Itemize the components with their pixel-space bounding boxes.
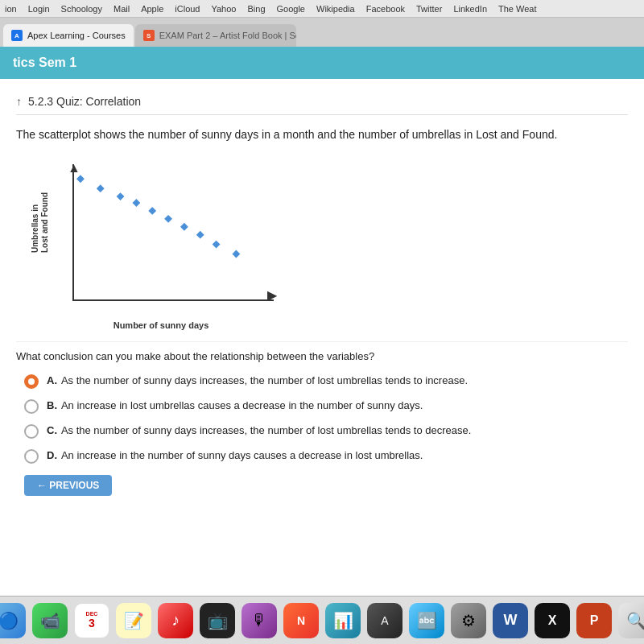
dock-bars[interactable]: 📊 — [325, 603, 361, 638]
dock-music[interactable]: ♪ — [158, 603, 193, 638]
scatterplot-chart: Umbrellas inLost and Found ▲ — [32, 156, 290, 333]
bookmark-bing[interactable]: Bing — [247, 4, 265, 14]
svg-rect-9 — [232, 250, 240, 258]
dock-facetime[interactable]: 📹 — [32, 603, 68, 638]
radio-a-inner — [28, 378, 35, 385]
quiz-title: 5.2.3 Quiz: Correlation — [28, 95, 141, 108]
bookmark-linkedin[interactable]: LinkedIn — [453, 4, 487, 14]
bookmark-yahoo[interactable]: Yahoo — [211, 4, 236, 14]
dock-appletv[interactable]: 📺 — [200, 603, 235, 638]
bookmark-google[interactable]: Google — [277, 4, 305, 14]
choice-b-label: B. — [47, 399, 57, 411]
radio-d[interactable] — [24, 449, 39, 464]
choice-d-label: D. — [47, 449, 57, 461]
tab-apex-learning[interactable]: A Apex Learning - Courses — [3, 24, 134, 47]
dock-calendar[interactable]: DEC 3 — [74, 603, 109, 638]
dock-notes[interactable]: 📝 — [116, 603, 151, 638]
quiz-title-bar: ↑ 5.2.3 Quiz: Correlation — [16, 89, 628, 115]
bookmark-icloud[interactable]: iCloud — [175, 4, 200, 14]
previous-button[interactable]: ← PREVIOUS — [24, 475, 112, 496]
tab-schoology-label: EXAM Part 2 – Artist Fold Book | Schoolo… — [159, 31, 296, 40]
y-axis-label: Umbrellas inLost and Found — [31, 221, 50, 253]
svg-rect-0 — [76, 175, 85, 183]
choice-a[interactable]: A. As the number of sunny days increases… — [24, 374, 620, 389]
dock-finder2[interactable]: 🔍 — [618, 603, 644, 638]
question-text: The scatterplot shows the number of sunn… — [16, 126, 628, 143]
choice-a-text: A. As the number of sunny days increases… — [47, 374, 468, 388]
bookmark-login[interactable]: Login — [28, 4, 50, 14]
svg-rect-6 — [180, 223, 188, 231]
dock-translate[interactable]: 🔤 — [409, 603, 444, 638]
choice-c-text: C. As the number of sunny days increases… — [47, 423, 471, 438]
dock-cursor[interactable]: A — [367, 603, 402, 638]
dock-neon[interactable]: N — [283, 603, 319, 638]
radio-b[interactable] — [24, 399, 39, 414]
choice-a-label: A. — [47, 374, 57, 386]
svg-rect-7 — [196, 231, 204, 239]
quiz-section: ↑ 5.2.3 Quiz: Correlation The scatterplo… — [0, 79, 644, 506]
choice-c-label: C. — [47, 424, 57, 436]
schoology-favicon: S — [143, 30, 155, 41]
apex-favicon: A — [11, 30, 23, 41]
svg-rect-3 — [132, 199, 140, 207]
chart-area — [72, 164, 274, 301]
answer-choices: A. As the number of sunny days increases… — [16, 374, 628, 464]
bookmarks-bar: ion Login Schoology Mail Apple iCloud Ya… — [0, 0, 644, 18]
bookmark-wikipedia[interactable]: Wikipedia — [316, 4, 355, 14]
subject-title: tics Sem 1 — [13, 56, 76, 70]
bookmark-twitter[interactable]: Twitter — [416, 4, 442, 14]
choice-b-text: B. An increase in lost umbrellas causes … — [47, 398, 423, 413]
tab-schoology[interactable]: S EXAM Part 2 – Artist Fold Book | Schoo… — [135, 24, 296, 47]
dock-system-prefs[interactable]: ⚙ — [451, 603, 486, 638]
radio-c[interactable] — [24, 424, 39, 439]
x-axis-label: Number of sunny days — [114, 320, 209, 330]
dock-finder[interactable]: 🔵 — [0, 603, 26, 638]
page-content: tics Sem 1 ↑ 5.2.3 Quiz: Correlation The… — [0, 47, 644, 612]
choice-b-content: An increase in lost umbrellas causes a d… — [61, 399, 423, 411]
x-axis-arrow: ▶ — [267, 287, 277, 303]
svg-rect-2 — [117, 192, 125, 200]
svg-rect-5 — [164, 215, 172, 223]
choice-d-content: An increase in the number of sunny days … — [61, 449, 423, 461]
bookmark-apple[interactable]: Apple — [141, 4, 163, 14]
conclusion-question: What conclusion can you make about the r… — [16, 341, 628, 362]
dock-word[interactable]: W — [493, 603, 528, 638]
bookmark-ion[interactable]: ion — [5, 4, 17, 14]
svg-rect-8 — [213, 241, 221, 249]
tab-apex-label: Apex Learning - Courses — [27, 31, 126, 40]
dock-x[interactable]: X — [535, 603, 570, 638]
quiz-icon: ↑ — [16, 95, 22, 108]
dock: 🔵 📹 DEC 3 📝 ♪ 📺 🎙 N 📊 A 🔤 ⚙ W X P 🔍 — [0, 596, 644, 644]
subject-header: tics Sem 1 — [0, 47, 644, 79]
bookmark-weather[interactable]: The Weat — [498, 4, 537, 14]
choice-c[interactable]: C. As the number of sunny days increases… — [24, 423, 620, 439]
bookmark-schoology[interactable]: Schoology — [61, 4, 102, 14]
choice-c-content: As the number of sunny days increases, t… — [61, 424, 471, 436]
choice-d[interactable]: D. An increase in the number of sunny da… — [24, 448, 620, 464]
svg-rect-4 — [148, 207, 156, 215]
bookmark-mail[interactable]: Mail — [114, 4, 130, 14]
radio-a[interactable] — [24, 374, 39, 389]
scatter-svg — [74, 164, 274, 299]
choice-d-text: D. An increase in the number of sunny da… — [47, 448, 423, 463]
dock-podcasts[interactable]: 🎙 — [242, 603, 277, 638]
dock-powerpoint[interactable]: P — [576, 603, 612, 638]
tabs-bar: A Apex Learning - Courses S EXAM Part 2 … — [0, 18, 644, 47]
svg-rect-1 — [97, 184, 105, 192]
choice-a-content: As the number of sunny days increases, t… — [61, 374, 468, 386]
bookmark-facebook[interactable]: Facebook — [366, 4, 405, 14]
choice-b[interactable]: B. An increase in lost umbrellas causes … — [24, 398, 620, 414]
